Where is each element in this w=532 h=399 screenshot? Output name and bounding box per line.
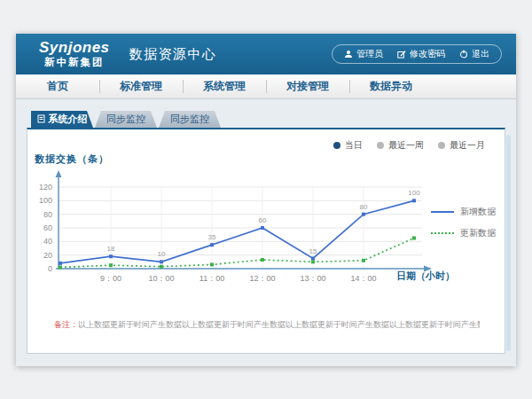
svg-text:0: 0 — [48, 264, 52, 273]
vertical-scrollbar[interactable] — [506, 135, 511, 351]
svg-text:20: 20 — [43, 251, 52, 260]
note-text: 以上数据更新于时间产生数据以上数据更新于时间产生数据以上数据更新于时间产生数据以… — [78, 320, 480, 329]
svg-text:100: 100 — [408, 189, 420, 197]
svg-text:80: 80 — [360, 203, 368, 211]
admin-user-button[interactable]: 管理员 — [344, 48, 383, 60]
x-axis-title: 日期（小时） — [396, 270, 455, 283]
legend-update-data-label: 更新数据 — [460, 227, 496, 239]
tab-system-intro-label: 系统介绍 — [49, 113, 88, 126]
user-actions-group: 管理员 修改密码 退出 — [332, 44, 502, 64]
change-password-button[interactable]: 修改密码 — [397, 48, 445, 60]
svg-text:15: 15 — [309, 247, 317, 255]
desktop: { "window": { "logo_line1": "Synjones", … — [0, 0, 532, 399]
logout-label: 退出 — [472, 48, 489, 60]
svg-text:12：00: 12：00 — [249, 274, 275, 283]
line-swatch-dotted-icon — [431, 232, 454, 234]
edit-icon — [397, 50, 406, 59]
tab-sync-monitor-2[interactable]: 同步监控 — [159, 111, 221, 128]
tab-bar: 系统介绍 同步监控 同步监控 — [31, 111, 221, 128]
line-swatch-solid-icon — [431, 211, 454, 213]
svg-text:120: 120 — [39, 183, 52, 192]
tab-system-intro[interactable]: 系统介绍 — [31, 111, 93, 128]
nav-item-home[interactable]: 首页 — [16, 74, 99, 98]
svg-text:14：00: 14：00 — [350, 274, 376, 283]
nav-item-standards[interactable]: 标准管理 — [99, 74, 183, 98]
svg-text:35: 35 — [208, 233, 216, 241]
svg-text:9：00: 9：00 — [100, 274, 121, 283]
note-prefix: 备注： — [54, 320, 78, 329]
logout-button[interactable]: 退出 — [459, 48, 489, 60]
app-window: Synjones 新中新集团 数据资源中心 管理员 修改密码 退出 — [16, 34, 516, 366]
nav-item-interface[interactable]: 对接管理 — [266, 74, 349, 98]
logo-text-en: Synjones — [39, 40, 110, 57]
svg-text:60: 60 — [43, 223, 52, 232]
svg-text:11：00: 11：00 — [200, 274, 224, 283]
tab-sync-monitor-1[interactable]: 同步监控 — [95, 111, 157, 128]
tab-sync-monitor-1-label: 同步监控 — [106, 113, 145, 126]
document-icon — [37, 114, 45, 125]
svg-text:60: 60 — [259, 216, 267, 224]
tab-sync-monitor-2-label: 同步监控 — [170, 113, 209, 126]
power-icon — [459, 50, 468, 59]
svg-text:10：00: 10：00 — [148, 274, 174, 283]
user-icon — [344, 50, 353, 59]
footer-note: 备注：以上数据更新于时间产生数据以上数据更新于时间产生数据以上数据更新于时间产生… — [54, 319, 480, 331]
content-area: 系统介绍 同步监控 同步监控 当日 最近一周 — [16, 99, 516, 367]
logo-text-cn: 新中新集团 — [39, 57, 110, 68]
app-header: Synjones 新中新集团 数据资源中心 管理员 修改密码 退出 — [16, 34, 516, 74]
svg-text:13：00: 13：00 — [300, 274, 325, 283]
change-password-label: 修改密码 — [410, 48, 445, 60]
page-title: 数据资源中心 — [129, 46, 217, 63]
main-nav: 首页 标准管理 系统管理 对接管理 数据异动 — [16, 74, 516, 99]
legend-item-update-data: 更新数据 — [431, 227, 496, 239]
company-logo: Synjones 新中新集团 — [39, 40, 110, 67]
svg-text:100: 100 — [39, 196, 52, 205]
nav-item-changes[interactable]: 数据异动 — [349, 74, 433, 98]
chart-legend: 新增数据 更新数据 — [431, 206, 496, 239]
legend-new-data-label: 新增数据 — [460, 206, 496, 218]
legend-item-new-data: 新增数据 — [431, 206, 496, 218]
admin-user-label: 管理员 — [356, 48, 383, 60]
svg-text:10: 10 — [158, 250, 166, 258]
svg-text:80: 80 — [43, 210, 52, 219]
svg-text:18: 18 — [107, 245, 115, 253]
chart-panel: 当日 最近一周 最近一月 数据交换（条） 0204060801001209：00… — [27, 128, 505, 354]
nav-item-system[interactable]: 系统管理 — [183, 74, 266, 98]
svg-text:40: 40 — [43, 237, 52, 246]
